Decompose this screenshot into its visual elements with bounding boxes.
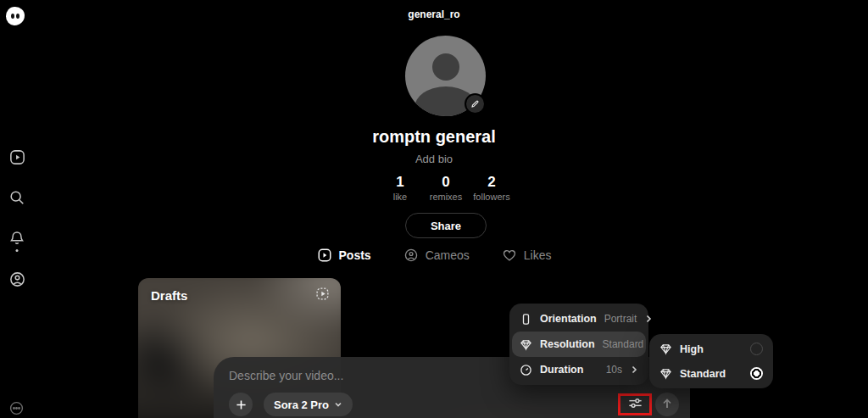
sidebar-nav <box>0 148 34 288</box>
heart-icon <box>502 248 517 263</box>
tab-likes[interactable]: Likes <box>502 248 552 263</box>
settings-menu: Orientation Portrait Resolution Standard <box>509 304 648 385</box>
menu-item-value: Standard <box>603 338 644 350</box>
stat-label: like <box>377 192 423 202</box>
tab-posts[interactable]: Posts <box>317 248 371 263</box>
composer-toolbar: Sora 2 Pro <box>229 393 679 416</box>
menu-item-label: Orientation <box>540 313 597 325</box>
drafts-title: Drafts <box>151 288 187 303</box>
sora-app-window: general_ro romptn general Add bio 1 like… <box>0 0 868 418</box>
stat-remixes[interactable]: 0 remixes <box>423 175 469 202</box>
person-circle-icon <box>403 248 419 263</box>
search-icon[interactable] <box>8 188 26 207</box>
share-button[interactable]: Share <box>405 213 487 238</box>
sidebar <box>0 0 34 418</box>
radio-selected-icon[interactable] <box>750 367 763 380</box>
stat-followers[interactable]: 2 followers <box>469 175 515 202</box>
profile-stats: 1 like 0 remixes 2 followers <box>377 175 515 202</box>
more-menu-icon[interactable] <box>8 400 25 416</box>
stat-label: remixes <box>423 192 469 202</box>
menu-item-label: Resolution <box>540 338 595 350</box>
bell-icon[interactable] <box>8 229 26 248</box>
model-selector[interactable]: Sora 2 Pro <box>264 393 353 416</box>
gem-icon <box>659 343 672 355</box>
profile-handle: general_ro <box>0 8 868 20</box>
tab-label: Cameos <box>426 248 470 262</box>
tab-label: Likes <box>524 248 552 262</box>
portrait-phone-icon <box>520 313 532 326</box>
submenu-option-label: High <box>680 343 704 355</box>
chevron-right-icon <box>630 365 638 374</box>
stat-value: 2 <box>469 175 515 190</box>
stat-likes[interactable]: 1 like <box>377 175 423 202</box>
settings-button-wrap <box>623 393 647 416</box>
menu-item-value: 10s <box>606 364 622 376</box>
submit-button[interactable] <box>655 393 679 416</box>
menu-item-label: Duration <box>540 364 583 376</box>
notification-indicator <box>16 249 19 252</box>
menu-item-value: Portrait <box>604 313 637 325</box>
menu-item-duration[interactable]: Duration 10s <box>512 357 646 382</box>
gem-icon <box>659 367 672 380</box>
chevron-right-icon <box>644 315 653 323</box>
stat-label: followers <box>469 192 515 202</box>
radio-unselected-icon[interactable] <box>750 343 763 355</box>
stat-value: 0 <box>423 175 469 190</box>
submenu-option-standard[interactable]: Standard <box>652 361 771 386</box>
add-media-button[interactable] <box>229 393 253 416</box>
video-feed-icon[interactable] <box>8 148 26 166</box>
profile-tabs: Posts Cameos Likes <box>0 248 868 263</box>
gem-icon <box>520 338 532 351</box>
edit-avatar-button[interactable] <box>465 93 486 114</box>
submenu-option-high[interactable]: High <box>652 337 771 361</box>
sliders-icon <box>627 395 643 414</box>
arrow-up-icon <box>661 398 673 412</box>
submenu-option-label: Standard <box>680 368 726 380</box>
sora-logo[interactable] <box>6 7 25 25</box>
resolution-submenu: High Standard <box>649 334 773 388</box>
chevron-down-icon <box>334 400 342 409</box>
tab-cameos[interactable]: Cameos <box>403 248 470 263</box>
profile-icon[interactable] <box>8 270 26 288</box>
dashed-play-square-icon[interactable] <box>315 287 330 304</box>
menu-item-resolution[interactable]: Resolution Standard <box>512 332 646 357</box>
play-square-icon <box>317 248 332 263</box>
stat-value: 1 <box>377 175 423 190</box>
menu-item-orientation[interactable]: Orientation Portrait <box>512 306 646 332</box>
add-bio-button[interactable]: Add bio <box>0 153 868 165</box>
clock-icon <box>520 364 532 376</box>
display-name: romptn general <box>0 127 868 147</box>
settings-button[interactable] <box>623 393 647 416</box>
model-label: Sora 2 Pro <box>274 398 329 411</box>
tab-label: Posts <box>339 248 371 262</box>
